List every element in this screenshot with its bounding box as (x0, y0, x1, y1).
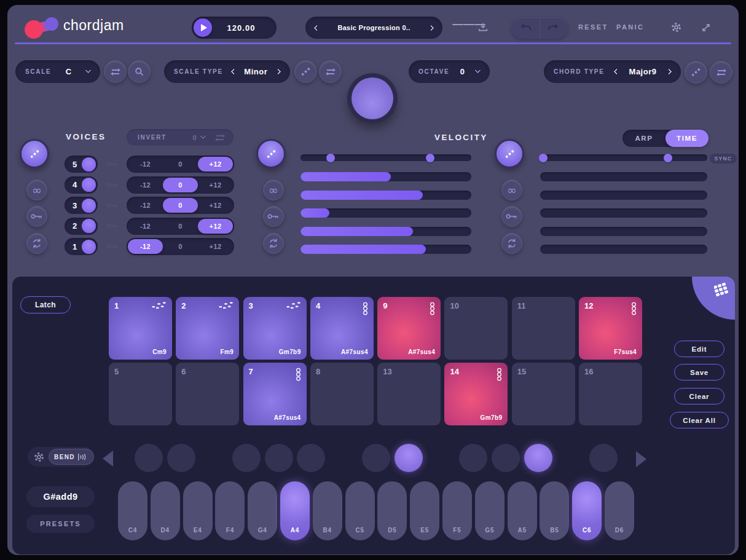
black-key-G#4[interactable] (265, 444, 293, 472)
panic-button[interactable]: PANIC (616, 23, 644, 31)
pad-7[interactable]: 7A#7sus4 (243, 363, 307, 425)
velocity-cycle-button[interactable] (263, 233, 284, 254)
play-button[interactable] (194, 18, 212, 37)
time-random-button[interactable] (495, 139, 524, 168)
chord-type-swap-button[interactable] (710, 61, 732, 84)
bend-settings-gear-icon[interactable] (34, 452, 44, 462)
black-key-F#4[interactable] (232, 444, 261, 472)
velocity-key-lock-button[interactable] (263, 206, 284, 227)
scale-selector[interactable]: SCALE C (15, 60, 100, 83)
scale-type-next-icon[interactable] (275, 69, 281, 75)
settings-gear-icon[interactable] (671, 22, 681, 33)
time-range-slider[interactable] (540, 154, 707, 161)
octave-right-arrow[interactable] (636, 451, 646, 467)
black-key-A#4[interactable] (297, 444, 325, 472)
chord-type-next-icon[interactable] (666, 69, 672, 75)
velocity-bar[interactable] (300, 172, 471, 181)
scale-type-selector[interactable]: SCALE TYPE Minor (164, 60, 290, 83)
white-key-F4[interactable]: F4 (215, 481, 245, 540)
segment-option-+12[interactable]: +12 (198, 157, 233, 172)
range-handle[interactable] (539, 154, 548, 162)
black-key-C#5[interactable] (362, 444, 390, 472)
segment-option--12[interactable]: -12 (128, 239, 163, 254)
pad-9[interactable]: 9A#7sus4 (377, 297, 441, 360)
velocity-bar[interactable] (300, 227, 471, 236)
pad-16[interactable]: 16 (579, 363, 642, 425)
clear-button[interactable]: Clear (674, 388, 724, 404)
octave-left-arrow[interactable] (103, 451, 113, 467)
preset-next-icon[interactable] (428, 25, 434, 31)
voices-random-button[interactable] (20, 139, 49, 168)
segment-option-+12[interactable]: +12 (198, 178, 233, 192)
white-key-E4[interactable]: E4 (183, 481, 213, 540)
pad-6[interactable]: 6 (176, 363, 239, 425)
save-button[interactable]: Save (674, 364, 724, 381)
chord-type-random-button[interactable] (685, 61, 707, 84)
key-lock-icon[interactable] (106, 202, 119, 208)
time-infinity-button[interactable]: ∞ (501, 179, 522, 200)
octave-selector[interactable]: OCTAVE 0 (409, 60, 490, 83)
bend-toggle[interactable]: BEND (49, 449, 94, 465)
key-lock-icon[interactable] (106, 243, 119, 250)
segment-option-+12[interactable]: +12 (198, 239, 233, 254)
white-key-A5[interactable]: A5 (508, 481, 537, 540)
voice-2-toggle[interactable]: 2 (65, 218, 98, 235)
white-key-C4[interactable]: C4 (118, 481, 147, 540)
voices-infinity-button[interactable]: ∞ (26, 179, 47, 200)
pad-1[interactable]: 1Cm9 (109, 297, 172, 360)
main-knob[interactable] (347, 73, 398, 124)
black-key-C#6[interactable] (589, 444, 618, 472)
velocity-range-slider[interactable] (300, 154, 471, 161)
segment-option-+12[interactable]: +12 (198, 219, 233, 234)
undo-button[interactable] (511, 17, 540, 39)
presets-button[interactable]: PRESETS (26, 515, 95, 533)
scale-swap-button[interactable] (104, 60, 127, 83)
white-key-G4[interactable]: G4 (248, 481, 277, 540)
pad-15[interactable]: 15 (512, 363, 575, 425)
sync-badge[interactable]: SYNC (710, 154, 737, 164)
white-key-D6[interactable]: D6 (605, 481, 634, 540)
chord-type-selector[interactable]: CHORD TYPE Major9 (544, 60, 681, 83)
download-icon[interactable] (478, 22, 488, 32)
pad-10[interactable]: 10 (444, 297, 508, 360)
key-lock-icon[interactable] (106, 182, 119, 188)
pad-3[interactable]: 3Gm7b9 (243, 297, 307, 360)
segment-option-+12[interactable]: +12 (198, 198, 233, 213)
scale-type-swap-button[interactable] (319, 60, 342, 83)
segment-option--12[interactable]: -12 (128, 219, 163, 234)
pad-4[interactable]: 4A#7sus4 (310, 297, 374, 360)
time-key-lock-button[interactable] (501, 206, 522, 227)
resize-icon[interactable] (701, 23, 711, 33)
scale-type-random-button[interactable] (294, 60, 317, 83)
black-key-C#4[interactable] (135, 444, 163, 472)
preset-name[interactable]: Basic Progression 0.. (319, 24, 429, 31)
pad-5[interactable]: 5 (109, 363, 172, 425)
latch-button[interactable]: Latch (20, 296, 71, 314)
white-key-F5[interactable]: F5 (442, 481, 472, 540)
segment-option-0[interactable]: 0 (163, 178, 198, 192)
view-corner-wedge[interactable] (692, 277, 735, 320)
segment-option-0[interactable]: 0 (163, 198, 198, 213)
velocity-bar[interactable] (300, 245, 471, 254)
white-key-C6[interactable]: C6 (572, 481, 602, 540)
white-key-B4[interactable]: B4 (313, 481, 342, 540)
redo-button[interactable] (540, 17, 568, 39)
chord-type-prev-icon[interactable] (614, 69, 620, 75)
pad-11[interactable]: 11 (512, 297, 575, 360)
tab-time[interactable]: TIME (666, 130, 709, 147)
scale-type-prev-icon[interactable] (230, 69, 237, 75)
invert-selector[interactable]: INVERT 0 (127, 129, 234, 146)
invert-swap-icon[interactable] (215, 133, 225, 142)
black-key-F#5[interactable] (459, 444, 487, 472)
range-handle[interactable] (326, 154, 335, 162)
segment-option--12[interactable]: -12 (128, 157, 163, 172)
segment-option-0[interactable]: 0 (163, 239, 198, 254)
time-cycle-button[interactable] (501, 233, 522, 254)
black-key-D#5[interactable] (395, 444, 423, 472)
pad-14[interactable]: 14Gm7b9 (444, 363, 508, 425)
white-key-E5[interactable]: E5 (410, 481, 439, 540)
segment-option-0[interactable]: 0 (163, 219, 198, 234)
segment-option--12[interactable]: -12 (128, 198, 163, 213)
velocity-random-button[interactable] (256, 139, 286, 168)
black-key-G#5[interactable] (492, 444, 520, 472)
